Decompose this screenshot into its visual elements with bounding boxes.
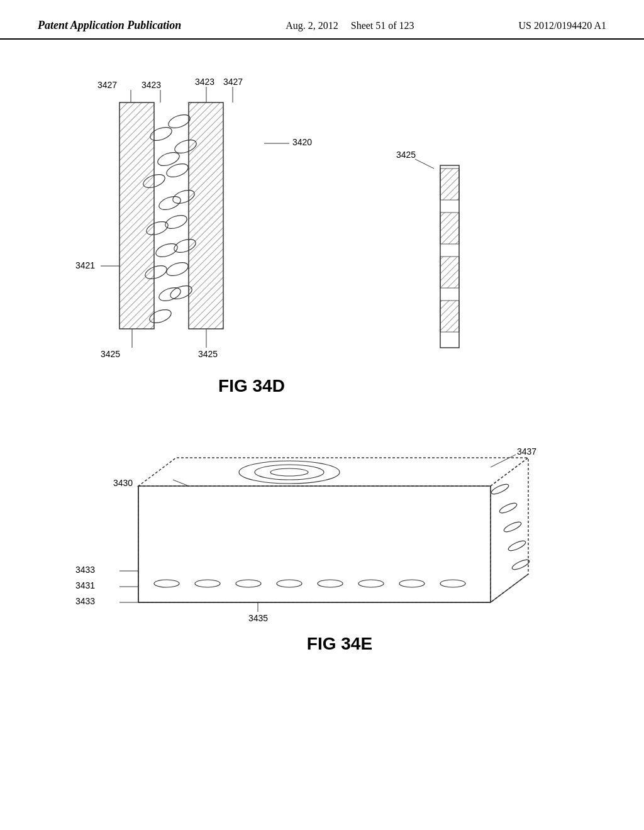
ref-3435: 3435 — [248, 613, 268, 623]
fig34e-svg: 3437 3430 3433 3431 3433 3435 FIG 34E — [38, 448, 604, 687]
box-top-face — [138, 458, 528, 486]
right-seg-3 — [440, 257, 459, 288]
page-header: Patent Application Publication Aug. 2, 2… — [0, 0, 644, 40]
publication-number: US 2012/0194420 A1 — [518, 20, 606, 31]
fig34e-label: FIG 34E — [307, 634, 372, 653]
left-bar-left — [119, 102, 154, 329]
ellipse-12 — [165, 161, 190, 179]
ref-line-3425c — [415, 159, 434, 169]
ref-3421: 3421 — [75, 260, 95, 270]
ref-3430: 3430 — [113, 478, 133, 488]
publication-date-sheet: Aug. 2, 2012 Sheet 51 of 123 — [286, 20, 414, 31]
ellipse-10 — [167, 112, 192, 130]
fig34e-section: 3437 3430 3433 3431 3433 3435 FIG 34E — [38, 448, 606, 687]
box-front-face — [138, 486, 491, 602]
ref-3431: 3431 — [75, 580, 95, 590]
fig34d-svg: 3427 3423 3423 3427 3420 3421 3425 — [38, 71, 604, 423]
ref-3423a: 3423 — [142, 80, 161, 90]
publication-title: Patent Application Publication — [38, 19, 181, 32]
ref-3423b: 3423 — [195, 77, 214, 87]
ref-3437: 3437 — [517, 448, 536, 456]
ref-3425b: 3425 — [198, 349, 218, 359]
page: Patent Application Publication Aug. 2, 2… — [0, 0, 644, 830]
ellipse-6 — [154, 241, 179, 259]
right-seg-2 — [440, 213, 459, 244]
sheet-info: Sheet 51 of 123 — [351, 20, 414, 31]
fig34d-section: 3427 3423 3423 3427 3420 3421 3425 — [38, 71, 606, 436]
ref-3425a: 3425 — [101, 349, 120, 359]
main-content: 3427 3423 3423 3427 3420 3421 3425 — [0, 40, 644, 700]
ref-3427b: 3427 — [223, 77, 243, 87]
ref-3425c: 3425 — [396, 150, 416, 160]
ref-3433a: 3433 — [75, 565, 95, 575]
ellipse-8 — [157, 285, 182, 303]
publication-date: Aug. 2, 2012 — [286, 20, 338, 31]
right-seg-4 — [440, 301, 459, 332]
ref-3433b: 3433 — [75, 596, 95, 606]
ref-3427a: 3427 — [97, 80, 117, 90]
left-bar-right — [189, 102, 223, 329]
ref-3420: 3420 — [292, 137, 312, 147]
fig34d-label: FIG 34D — [218, 376, 285, 396]
right-seg-1 — [440, 169, 459, 200]
ellipse-16 — [165, 260, 190, 278]
